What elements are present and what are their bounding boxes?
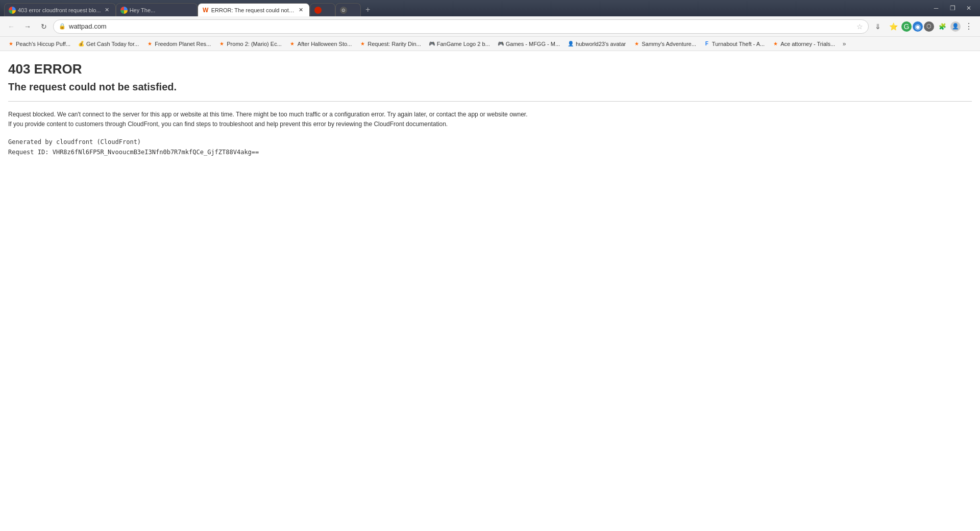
back-button[interactable]: ← (4, 19, 18, 34)
tab-5[interactable]: ⊙ (335, 3, 361, 16)
error-title: The request could not be satisfied. (8, 81, 972, 93)
bookmark-6[interactable]: ★ Request: Rarity Din... (356, 39, 424, 49)
bookmark-8-label: Games - MFGG - M... (506, 41, 560, 47)
bookmark-3-label: Freedom Planet Res... (155, 41, 211, 47)
new-tab-button[interactable]: + (361, 3, 375, 16)
bookmark-5[interactable]: ★ After Halloween Sto... (286, 39, 355, 49)
extension-3[interactable]: ⬡ (924, 21, 934, 32)
nav-bar: ← → ↻ 🔒 wattpad.com ☆ ⇓ ⭐ G ◉ ⬡ 🧩 👤 ⋮ (0, 16, 980, 37)
bookmark-2[interactable]: 💰 Get Cash Today for... (75, 39, 142, 49)
bookmark-11[interactable]: F Turnabout Theft - A... (700, 39, 768, 49)
menu-button[interactable]: ⋮ (962, 19, 976, 34)
bookmark-5-favicon: ★ (289, 40, 296, 47)
close-button[interactable]: ✕ (962, 3, 976, 13)
tab-3-active[interactable]: W ERROR: The request could not b... ✕ (198, 3, 310, 16)
extension-2[interactable]: ◉ (913, 21, 923, 32)
tab-2[interactable]: Hey The... (116, 3, 198, 16)
bookmark-2-favicon: 💰 (78, 40, 85, 47)
tab-4-favicon (314, 7, 322, 14)
bookmark-6-label: Request: Rarity Din... (368, 41, 421, 47)
tab-strip: 403 error cloudfront request blo... ✕ He… (4, 0, 925, 16)
tab-3-favicon: W (202, 7, 209, 14)
bookmark-12-label: Ace attorney - Trials... (780, 41, 835, 47)
forward-button[interactable]: → (20, 19, 35, 34)
reload-button[interactable]: ↻ (37, 19, 51, 34)
tab-2-favicon (120, 7, 128, 14)
bookmark-9[interactable]: 👤 hubworld23's avatar (564, 39, 629, 49)
page-content: 403 ERROR The request could not be satis… (0, 51, 980, 531)
bookmark-2-label: Get Cash Today for... (86, 41, 139, 47)
bookmark-12-favicon: ★ (772, 40, 779, 47)
bookmark-9-favicon: 👤 (567, 40, 574, 47)
tab-1-favicon (9, 7, 16, 14)
browser-window: 403 error cloudfront request blo... ✕ He… (0, 0, 980, 531)
bookmark-7[interactable]: 🎮 FanGame Logo 2 b... (425, 39, 493, 49)
profile-button[interactable]: 👤 (950, 21, 961, 32)
error-technical: Generated by cloudfront (CloudFront) Req… (8, 137, 972, 157)
bookmark-7-label: FanGame Logo 2 b... (437, 41, 490, 47)
bookmark-8[interactable]: 🎮 Games - MFGG - M... (494, 39, 563, 49)
bookmark-6-favicon: ★ (359, 40, 366, 47)
error-body-line1: Request blocked. We can't connect to the… (8, 110, 972, 119)
extension-1[interactable]: G (901, 21, 912, 32)
bookmark-11-label: Turnabout Theft - A... (712, 41, 765, 47)
technical-line1: Generated by cloudfront (CloudFront) (8, 137, 972, 147)
minimize-button[interactable]: ─ (929, 3, 943, 13)
tab-1-title: 403 error cloudfront request blo... (18, 7, 101, 13)
bookmark-1-favicon: ★ (7, 40, 14, 47)
download-button[interactable]: ⇓ (871, 19, 885, 34)
tab-1-close[interactable]: ✕ (103, 6, 111, 14)
technical-line2: Request ID: VHR8z6fNl6FP5R_NvooucmB3eI3N… (8, 148, 972, 157)
bookmark-4[interactable]: ★ Promo 2: (Mario) Ec... (215, 39, 285, 49)
error-body-line2: If you provide content to customers thro… (8, 119, 972, 129)
tab-3-title: ERROR: The request could not b... (211, 7, 295, 13)
restore-button[interactable]: ❐ (945, 3, 960, 13)
lock-icon: 🔒 (59, 23, 66, 30)
address-text: wattpad.com (69, 22, 853, 30)
bookmark-1[interactable]: ★ Peach's Hiccup Puff... (4, 39, 74, 49)
tab-4[interactable] (310, 3, 335, 16)
bookmark-7-favicon: 🎮 (428, 40, 435, 47)
bookmark-4-label: Promo 2: (Mario) Ec... (227, 41, 282, 47)
error-body: Request blocked. We can't connect to the… (8, 110, 972, 129)
bookmark-5-label: After Halloween Sto... (298, 41, 352, 47)
bookmark-9-label: hubworld23's avatar (576, 41, 626, 47)
bookmarks-bar: ★ Peach's Hiccup Puff... 💰 Get Cash Toda… (0, 37, 980, 51)
bookmark-3[interactable]: ★ Freedom Planet Res... (143, 39, 214, 49)
bookmarks-overflow-button[interactable]: » (839, 39, 849, 49)
address-bar[interactable]: 🔒 wattpad.com ☆ (53, 19, 869, 34)
bookmark-manager-button[interactable]: ⭐ (886, 19, 900, 34)
bookmark-3-favicon: ★ (146, 40, 153, 47)
window-controls: ─ ❐ ✕ (929, 3, 976, 13)
bookmark-star[interactable]: ☆ (856, 22, 863, 31)
tab-1[interactable]: 403 error cloudfront request blo... ✕ (4, 3, 116, 16)
nav-right-icons: ⇓ ⭐ G ◉ ⬡ 🧩 👤 ⋮ (871, 19, 976, 34)
extension-4[interactable]: 🧩 (935, 19, 949, 34)
bookmark-11-favicon: F (703, 40, 710, 47)
bookmark-1-label: Peach's Hiccup Puff... (16, 41, 70, 47)
bookmark-4-favicon: ★ (218, 40, 225, 47)
bookmark-10[interactable]: ★ Sammy's Adventure... (630, 39, 699, 49)
error-code: 403 ERROR (8, 61, 972, 77)
tab-5-favicon: ⊙ (340, 7, 347, 14)
bookmark-8-favicon: 🎮 (497, 40, 504, 47)
bookmark-12[interactable]: ★ Ace attorney - Trials... (769, 39, 838, 49)
bookmark-10-favicon: ★ (633, 40, 640, 47)
bookmark-10-label: Sammy's Adventure... (642, 41, 696, 47)
tab-3-close[interactable]: ✕ (297, 6, 305, 14)
tab-2-title: Hey The... (130, 7, 193, 13)
divider (8, 101, 972, 102)
title-bar: 403 error cloudfront request blo... ✕ He… (0, 0, 980, 16)
